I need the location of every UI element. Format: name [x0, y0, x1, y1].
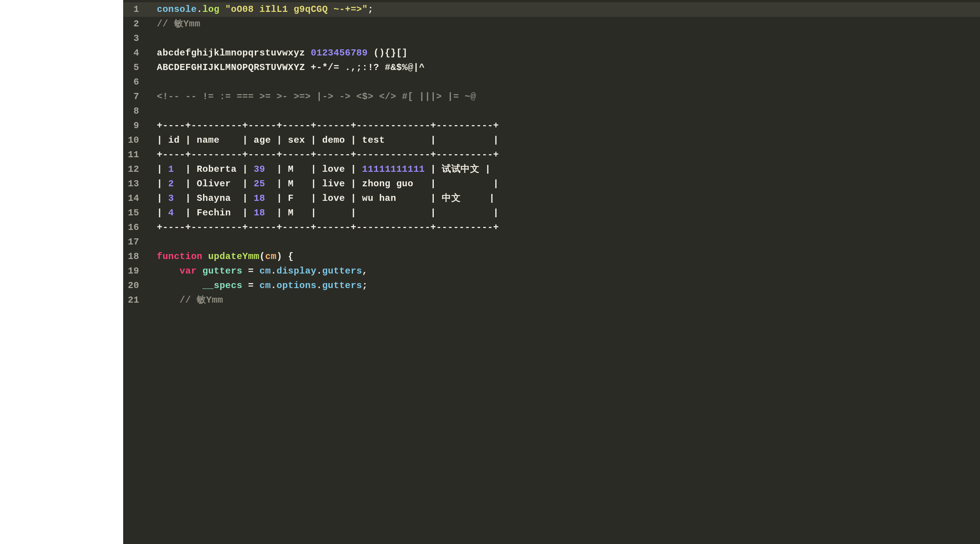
line-number: 8: [123, 104, 145, 119]
token: // 敏Ymm: [157, 19, 200, 29]
code-line[interactable]: 10| id | name | age | sex | demo | test …: [123, 133, 980, 148]
line-number: 10: [123, 133, 145, 148]
code-content[interactable]: function updateYmm(cm) {: [145, 249, 980, 264]
code-line[interactable]: 8: [123, 104, 980, 119]
left-margin: [0, 0, 123, 544]
code-line[interactable]: 3: [123, 31, 980, 46]
line-number: 13: [123, 177, 145, 191]
code-content[interactable]: | id | name | age | sex | demo | test | …: [145, 133, 980, 148]
token: 39: [254, 164, 265, 174]
code-line[interactable]: 1console.log "oO08 iIlL1 g9qCGQ ~-+=>";: [123, 2, 980, 17]
token: [157, 295, 180, 305]
token: (){}[]: [368, 48, 407, 58]
line-number: 14: [123, 191, 145, 206]
code-line[interactable]: 21 // 敏Ymm: [123, 293, 980, 308]
code-line[interactable]: 11+----+---------+-----+-----+------+---…: [123, 148, 980, 162]
token: log: [202, 4, 220, 15]
token: [202, 251, 208, 262]
token: 18: [254, 208, 265, 218]
code-line[interactable]: 2// 敏Ymm: [123, 17, 980, 31]
code-content[interactable]: __specs = cm.options.gutters;: [145, 279, 980, 293]
code-line[interactable]: 15| 4 | Fechin | 18 | M | | | |: [123, 206, 980, 220]
code-line[interactable]: 5ABCDEFGHIJKLMNOPQRSTUVWXYZ +-*/= .,;:!?…: [123, 60, 980, 75]
code-content[interactable]: abcdefghijklmnopqrstuvwxyz 0123456789 ()…: [145, 46, 980, 60]
token: <!-- -- != := === >= >- >=> |-> -> <$> <…: [157, 91, 476, 102]
code-content[interactable]: var gutters = cm.display.gutters,: [145, 264, 980, 279]
line-number: 21: [123, 293, 145, 308]
code-content[interactable]: [145, 31, 980, 46]
token: ) {: [277, 251, 294, 262]
line-number: 17: [123, 235, 145, 249]
code-content[interactable]: +----+---------+-----+-----+------+-----…: [145, 119, 980, 133]
code-content[interactable]: | 3 | Shayna | 18 | F | love | wu han | …: [145, 191, 980, 206]
token: 4: [168, 208, 174, 218]
token: "oO08 iIlL1 g9qCGQ ~-+=>": [225, 4, 368, 15]
code-content[interactable]: [145, 235, 980, 249]
token: display: [277, 266, 316, 276]
token: console: [157, 4, 197, 15]
token: var: [180, 266, 197, 276]
token: +----+---------+-----+-----+------+-----…: [157, 150, 499, 160]
line-number: 3: [123, 31, 145, 46]
code-line[interactable]: 14| 3 | Shayna | 18 | F | love | wu han …: [123, 191, 980, 206]
token: | Oliver |: [174, 179, 254, 189]
token: | Roberta |: [174, 164, 254, 174]
code-line[interactable]: 9+----+---------+-----+-----+------+----…: [123, 119, 980, 133]
line-number: 2: [123, 17, 145, 31]
code-line[interactable]: 16+----+---------+-----+-----+------+---…: [123, 220, 980, 235]
code-content[interactable]: | 1 | Roberta | 39 | M | love | 11111111…: [145, 162, 980, 177]
code-content[interactable]: +----+---------+-----+-----+------+-----…: [145, 220, 980, 235]
code-content[interactable]: <!-- -- != := === >= >- >=> |-> -> <$> <…: [145, 90, 980, 104]
code-line[interactable]: 17: [123, 235, 980, 249]
code-line[interactable]: 12| 1 | Roberta | 39 | M | love | 111111…: [123, 162, 980, 177]
code-line[interactable]: 7<!-- -- != := === >= >- >=> |-> -> <$> …: [123, 90, 980, 104]
token: __specs: [202, 280, 242, 291]
code-content[interactable]: // 敏Ymm: [145, 17, 980, 31]
line-number: 12: [123, 162, 145, 177]
token: gutters: [202, 266, 242, 276]
token: +----+---------+-----+-----+------+-----…: [157, 121, 499, 131]
line-number: 19: [123, 264, 145, 279]
code-content[interactable]: | 4 | Fechin | 18 | M | | | |: [145, 206, 980, 220]
code-line[interactable]: 19 var gutters = cm.display.gutters,: [123, 264, 980, 279]
code-line[interactable]: 6: [123, 75, 980, 90]
code-line[interactable]: 13| 2 | Oliver | 25 | M | live | zhong g…: [123, 177, 980, 191]
token: | Shayna |: [174, 193, 254, 204]
token: [157, 266, 180, 276]
code-editor[interactable]: 1console.log "oO08 iIlL1 g9qCGQ ~-+=>";2…: [123, 0, 980, 544]
code-content[interactable]: // 敏Ymm: [145, 293, 980, 308]
token: |: [157, 193, 168, 204]
token: 0123456789: [311, 48, 368, 58]
code-content[interactable]: ABCDEFGHIJKLMNOPQRSTUVWXYZ +-*/= .,;:!? …: [145, 60, 980, 75]
line-number: 11: [123, 148, 145, 162]
token: 25: [254, 179, 265, 189]
token: =: [243, 266, 260, 276]
token: (: [259, 251, 265, 262]
code-line[interactable]: 4abcdefghijklmnopqrstuvwxyz 0123456789 (…: [123, 46, 980, 60]
token: gutters: [322, 266, 362, 276]
line-number: 16: [123, 220, 145, 235]
code-content[interactable]: console.log "oO08 iIlL1 g9qCGQ ~-+=>";: [145, 2, 980, 17]
code-content[interactable]: [145, 75, 980, 90]
line-number: 20: [123, 279, 145, 293]
code-line[interactable]: 20 __specs = cm.options.gutters;: [123, 279, 980, 293]
token: +----+---------+-----+-----+------+-----…: [157, 222, 499, 233]
token: | M | | | |: [265, 208, 499, 218]
token: cm: [259, 280, 271, 291]
code-line[interactable]: 18function updateYmm(cm) {: [123, 249, 980, 264]
token: .: [271, 266, 277, 276]
code-content[interactable]: +----+---------+-----+-----+------+-----…: [145, 148, 980, 162]
line-number: 1: [123, 2, 145, 17]
token: 18: [254, 193, 265, 204]
token: 1: [168, 164, 174, 174]
token: [220, 4, 225, 15]
line-number: 7: [123, 90, 145, 104]
token: function: [157, 251, 202, 262]
token: gutters: [322, 280, 362, 291]
token: abcdefghijklmnopqrstuvwxyz: [157, 48, 311, 58]
code-content[interactable]: | 2 | Oliver | 25 | M | live | zhong guo…: [145, 177, 980, 191]
line-number: 18: [123, 249, 145, 264]
token: 3: [168, 193, 174, 204]
token: | Fechin |: [174, 208, 254, 218]
code-content[interactable]: [145, 104, 980, 119]
